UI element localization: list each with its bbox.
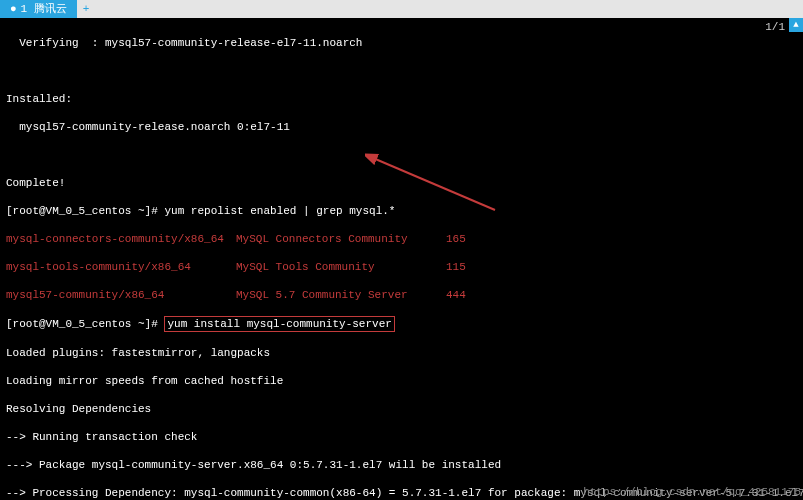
tab-active[interactable]: ● 1 腾讯云 <box>0 0 77 18</box>
terminal-output[interactable]: Verifying : mysql57-community-release-el… <box>0 18 803 500</box>
output-line: Installed: <box>6 92 797 106</box>
output-line: --> Running transaction check <box>6 430 797 444</box>
output-line: mysql57-community-release.noarch 0:el7-1… <box>6 120 797 134</box>
output-line: Complete! <box>6 176 797 190</box>
tab-add-button[interactable]: + <box>77 0 96 18</box>
output-line: Verifying : mysql57-community-release-el… <box>6 36 797 50</box>
output-line <box>6 148 797 162</box>
watermark: https://blog.csdn.net/qq_42581175 <box>581 484 803 500</box>
output-line: Loading mirror speeds from cached hostfi… <box>6 374 797 388</box>
output-line: ---> Package mysql-community-server.x86_… <box>6 458 797 472</box>
prompt-line: [root@VM_0_5_centos ~]# yum install mysq… <box>6 316 797 332</box>
tab-bar: ● 1 腾讯云 + <box>0 0 803 18</box>
line-position: 1/1 <box>765 20 785 34</box>
highlighted-command: yum install mysql-community-server <box>164 316 394 332</box>
output-line <box>6 64 797 78</box>
repo-line: mysql-tools-community/x86_64MySQL Tools … <box>6 260 797 274</box>
repo-line: mysql57-community/x86_64MySQL 5.7 Commun… <box>6 288 797 302</box>
tab-dot-icon: ● <box>10 2 17 16</box>
output-line: Loaded plugins: fastestmirror, langpacks <box>6 346 797 360</box>
prompt-line: [root@VM_0_5_centos ~]# yum repolist ena… <box>6 204 797 218</box>
repo-line: mysql-connectors-community/x86_64MySQL C… <box>6 232 797 246</box>
scroll-up-icon[interactable]: ▲ <box>789 18 803 32</box>
tab-label: 1 腾讯云 <box>21 2 67 16</box>
output-line: Resolving Dependencies <box>6 402 797 416</box>
